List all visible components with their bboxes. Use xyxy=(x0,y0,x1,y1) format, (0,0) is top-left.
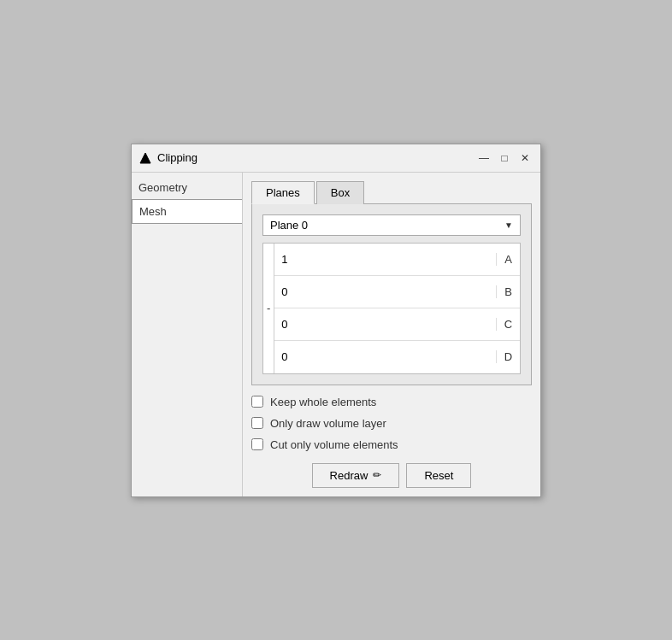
plane-rows: A B C D xyxy=(274,244,520,373)
checkbox-group: Keep whole elements Only draw volume lay… xyxy=(251,396,532,451)
clipping-window: Clipping — □ ✕ Geometry Mesh Planes xyxy=(131,144,541,497)
table-row: B xyxy=(274,276,520,308)
keep-whole-elements-label: Keep whole elements xyxy=(270,396,376,408)
main-content: Planes Box Plane 0 ▼ - xyxy=(243,173,540,496)
window-title: Clipping xyxy=(157,151,197,164)
title-bar-controls: — □ ✕ xyxy=(475,150,533,167)
plane-a-label: A xyxy=(496,253,520,266)
tab-bar: Planes Box xyxy=(251,181,532,204)
window-body: Geometry Mesh Planes Box Plane 0 xyxy=(132,173,540,496)
plane-selector-dropdown[interactable]: Plane 0 ▼ xyxy=(262,214,521,236)
plane-d-input[interactable] xyxy=(274,341,496,373)
plane-a-input[interactable] xyxy=(274,244,496,275)
reset-button[interactable]: Reset xyxy=(406,463,471,488)
only-draw-volume-layer-label: Only draw volume layer xyxy=(270,417,386,430)
minimize-button[interactable]: — xyxy=(475,150,492,167)
redraw-icon: ✏ xyxy=(373,469,381,481)
sidebar-item-geometry[interactable]: Geometry xyxy=(132,176,242,199)
tab-planes[interactable]: Planes xyxy=(251,181,315,204)
svg-marker-0 xyxy=(140,153,150,163)
table-row: C xyxy=(274,308,520,341)
table-row: D xyxy=(274,341,520,373)
button-row: Redraw ✏ Reset xyxy=(251,463,532,488)
only-draw-volume-layer-checkbox[interactable]: Only draw volume layer xyxy=(251,417,532,430)
app-icon xyxy=(139,151,152,165)
title-bar-left: Clipping xyxy=(139,151,197,165)
cut-only-volume-elements-checkbox[interactable]: Cut only volume elements xyxy=(251,438,532,451)
keep-whole-elements-checkbox[interactable]: Keep whole elements xyxy=(251,396,532,408)
plane-grid: - A B C xyxy=(262,243,521,374)
keep-whole-elements-input[interactable] xyxy=(251,396,263,408)
maximize-button[interactable]: □ xyxy=(496,150,513,167)
sidebar-item-mesh[interactable]: Mesh xyxy=(132,199,242,224)
close-button[interactable]: ✕ xyxy=(516,150,533,167)
only-draw-volume-layer-input[interactable] xyxy=(251,417,263,429)
sidebar: Geometry Mesh xyxy=(132,173,243,496)
plane-d-label: D xyxy=(496,350,520,363)
title-bar: Clipping — □ ✕ xyxy=(132,144,540,173)
tab-box[interactable]: Box xyxy=(316,181,364,204)
minus-label: - xyxy=(263,244,274,373)
plane-b-input[interactable] xyxy=(274,276,496,308)
plane-b-label: B xyxy=(496,285,520,298)
cut-only-volume-elements-label: Cut only volume elements xyxy=(270,438,398,451)
dropdown-arrow-icon: ▼ xyxy=(504,220,513,230)
planes-panel: Plane 0 ▼ - A B xyxy=(251,203,532,385)
table-row: A xyxy=(274,244,520,276)
cut-only-volume-elements-input[interactable] xyxy=(251,438,263,450)
plane-c-label: C xyxy=(496,318,520,331)
plane-c-input[interactable] xyxy=(274,308,496,340)
redraw-button[interactable]: Redraw ✏ xyxy=(312,463,400,488)
